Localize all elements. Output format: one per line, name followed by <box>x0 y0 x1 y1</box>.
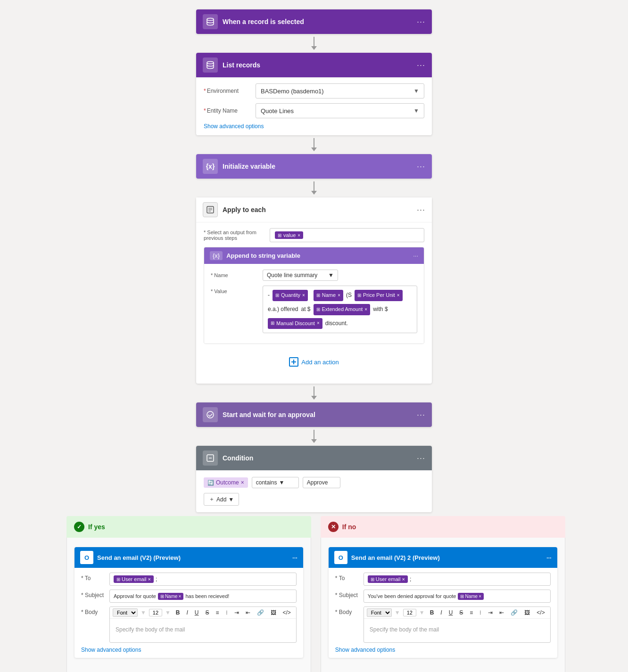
condition-icon <box>203 451 218 466</box>
name-dropdown-arrow: ▼ <box>328 272 334 279</box>
italic-btn-no[interactable]: I <box>438 608 444 617</box>
approval-menu[interactable]: ··· <box>417 410 425 420</box>
subject-field-no[interactable]: You've been denied approval for quote ⊞ … <box>364 590 551 603</box>
apply-each-container: Apply to each ··· * Select an output fro… <box>196 197 432 384</box>
yes-label: If yes <box>88 523 105 531</box>
subject-label-no: * Subject <box>335 590 364 598</box>
outcome-chip-close[interactable]: × <box>241 479 244 486</box>
subject-name-chip-no: ⊞ Name × <box>458 593 484 600</box>
value-field[interactable]: - ⊞Quantity× ⊞Name× (S ⊞Price Per Unit× … <box>263 286 417 333</box>
underline-btn-yes[interactable]: U <box>192 608 201 617</box>
to-field-no[interactable]: ⊞ User email × ; <box>364 573 551 586</box>
yes-branch: ✓ If yes O Send an email (V2) (Preview) … <box>66 516 311 672</box>
value-chip-icon: ⊞ <box>278 233 281 238</box>
init-var-menu[interactable]: ··· <box>417 162 425 172</box>
trigger-menu[interactable]: ··· <box>417 17 425 27</box>
name-chip: ⊞Name× <box>314 290 343 301</box>
environment-dropdown[interactable]: BASDemo (basdemo1) ▼ <box>256 83 424 98</box>
apply-each-menu[interactable]: ··· <box>417 205 425 215</box>
no-branch: ✕ If no O Send an email (V2) 2 (Preview)… <box>321 516 565 672</box>
bullet-btn-no[interactable]: ≡ <box>467 608 475 617</box>
show-advanced-yes[interactable]: Show advanced options <box>81 647 297 653</box>
yes-icon: ✓ <box>74 522 84 532</box>
strikethrough-btn-no[interactable]: S <box>457 608 465 617</box>
manual-discount-chip: ⊞Manual Discount× <box>268 318 322 329</box>
value-chip-close[interactable]: × <box>297 233 300 238</box>
select-output-label: * Select an output from previous steps <box>204 229 270 241</box>
user-email-close-no[interactable]: × <box>402 576 405 582</box>
strikethrough-btn-yes[interactable]: S <box>203 608 211 617</box>
outdent-btn-no[interactable]: ⇤ <box>497 608 506 617</box>
to-field-yes[interactable]: ⊞ User email × ; <box>109 573 297 586</box>
add-action-icon <box>289 357 298 367</box>
underline-btn-no[interactable]: U <box>446 608 455 617</box>
email-no-title: Send an email (V2) 2 (Preview) <box>351 554 546 561</box>
email-no-menu[interactable]: ··· <box>546 554 552 561</box>
body-area-yes[interactable]: Specify the body of the mail <box>110 619 296 642</box>
extended-chip: ⊞Extended Amount× <box>314 304 371 315</box>
indent-btn-yes[interactable]: ⇥ <box>232 608 241 617</box>
bold-btn-yes[interactable]: B <box>174 608 182 617</box>
font-size-yes[interactable] <box>149 609 162 616</box>
add-action-button[interactable]: Add an action <box>289 357 339 367</box>
numbered-btn-yes[interactable]: ⁝ <box>223 608 230 617</box>
show-advanced-link[interactable]: Show advanced options <box>204 123 424 130</box>
add-dropdown-arrow: ▼ <box>228 496 234 503</box>
outcome-chip: 🔄 Outcome × <box>204 477 248 488</box>
outdent-btn-yes[interactable]: ⇤ <box>243 608 253 617</box>
condition-value-input[interactable]: Approve <box>303 477 340 488</box>
link-btn-yes[interactable]: 🔗 <box>255 608 266 617</box>
img-btn-no[interactable]: 🖼 <box>522 608 532 617</box>
user-email-close-yes[interactable]: × <box>148 576 151 582</box>
font-size-no[interactable] <box>403 609 416 616</box>
name-label: * Name <box>211 272 263 278</box>
svg-point-0 <box>207 18 214 21</box>
numbered-btn-no[interactable]: ⁝ <box>477 608 484 617</box>
show-advanced-no[interactable]: Show advanced options <box>335 647 551 653</box>
environment-label: *Environment <box>204 88 256 94</box>
no-icon: ✕ <box>328 522 339 532</box>
env-dropdown-arrow: ▼ <box>413 88 419 94</box>
to-label-no: * To <box>335 573 364 582</box>
add-condition-button[interactable]: ＋ Add ▼ <box>204 493 239 506</box>
email-yes-title: Send an email (V2) (Preview) <box>97 554 292 561</box>
value-chip: ⊞ value × <box>275 231 303 239</box>
value-label: * Value <box>211 286 263 294</box>
name-dropdown[interactable]: Quote line summary ▼ <box>263 270 338 281</box>
trigger-icon <box>203 14 218 29</box>
bullet-btn-yes[interactable]: ≡ <box>213 608 221 617</box>
font-select-no[interactable]: Font <box>367 608 392 617</box>
subject-field-yes[interactable]: Approval for quote ⊞ Name × has been rec… <box>109 590 297 603</box>
entity-label: *Entity Name <box>204 107 256 114</box>
indent-btn-no[interactable]: ⇥ <box>486 608 495 617</box>
italic-btn-yes[interactable]: I <box>184 608 190 617</box>
code-btn-no[interactable]: </> <box>534 608 547 617</box>
list-records-card: List records ··· *Environment BASDemo (b… <box>196 53 432 135</box>
append-icon: {x} <box>210 251 223 260</box>
approval-card: Start and wait for an approval ··· <box>196 402 432 427</box>
operator-select[interactable]: contains ▼ <box>252 477 299 488</box>
arrow-2 <box>311 138 317 151</box>
quantity-chip: ⊞Quantity× <box>273 290 308 301</box>
list-records-title: List records <box>223 61 417 69</box>
list-records-menu[interactable]: ··· <box>417 60 425 70</box>
condition-card: Condition ··· 🔄 Outcome × contains ▼ App… <box>196 446 432 512</box>
img-btn-yes[interactable]: 🖼 <box>268 608 279 617</box>
init-variable-card: {x} Initialize variable ··· <box>196 154 432 179</box>
approval-title: Start and wait for an approval <box>223 411 417 418</box>
add-icon: ＋ <box>209 495 215 503</box>
entity-dropdown[interactable]: Quote Lines ▼ <box>256 103 424 118</box>
link-btn-no[interactable]: 🔗 <box>508 608 520 617</box>
email-yes-menu[interactable]: ··· <box>292 554 297 561</box>
email-no-icon: O <box>334 551 347 564</box>
font-select-yes[interactable]: Font <box>113 608 138 617</box>
email-yes-card: O Send an email (V2) (Preview) ··· * To … <box>74 547 303 658</box>
append-menu[interactable]: ··· <box>413 252 418 259</box>
bold-btn-no[interactable]: B <box>428 608 437 617</box>
code-btn-yes[interactable]: </> <box>281 608 293 617</box>
user-email-chip-no: ⊞ User email × <box>368 575 408 583</box>
email-yes-icon: O <box>80 551 93 564</box>
body-area-no[interactable]: Specify the body of the mail <box>364 619 550 642</box>
condition-menu[interactable]: ··· <box>417 453 425 463</box>
svg-point-5 <box>207 411 214 418</box>
